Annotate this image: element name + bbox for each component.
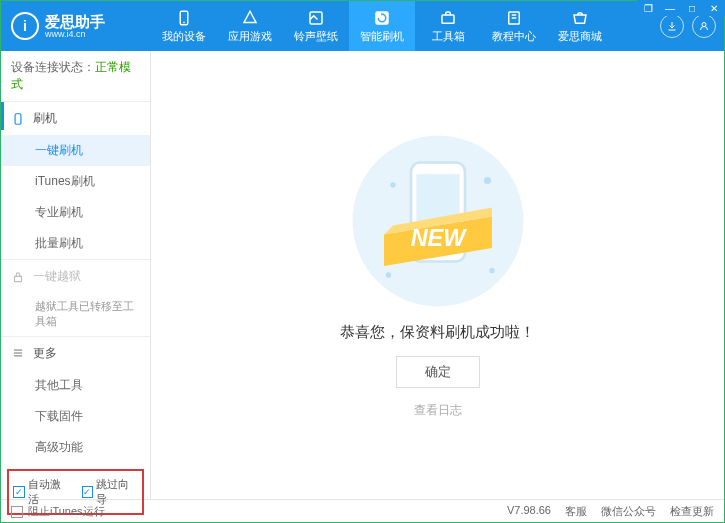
checkbox-auto-activate[interactable]: ✓ 自动激活 xyxy=(13,477,70,507)
minimize-button[interactable]: — xyxy=(659,0,681,16)
svg-rect-9 xyxy=(15,113,21,124)
tab-store[interactable]: 爱思商城 xyxy=(547,1,613,51)
wallpaper-icon xyxy=(307,9,325,27)
sidebar-item-pro-flash[interactable]: 专业刷机 xyxy=(1,197,150,228)
tab-label: 爱思商城 xyxy=(558,29,602,44)
sidebar: 设备连接状态：正常模式 刷机 一键刷机 iTunes刷机 专业刷机 批量刷机 一… xyxy=(1,51,151,499)
active-indicator xyxy=(1,102,4,130)
section-title: 刷机 xyxy=(33,110,57,127)
skin-button[interactable]: ❐ xyxy=(637,0,659,16)
app-header: i 爱思助手 www.i4.cn 我的设备 应用游戏 铃声壁纸 智能刷机 工具箱 xyxy=(1,1,724,51)
book-icon xyxy=(505,9,523,27)
checkbox-icon: ✓ xyxy=(13,486,25,498)
checkbox-label: 自动激活 xyxy=(28,477,70,507)
jailbreak-note: 越狱工具已转移至工具箱 xyxy=(1,293,150,336)
ok-button[interactable]: 确定 xyxy=(396,356,480,388)
tab-flash[interactable]: 智能刷机 xyxy=(349,1,415,51)
apps-icon xyxy=(241,9,259,27)
section-title: 一键越狱 xyxy=(33,268,81,285)
checkbox-block-itunes[interactable] xyxy=(11,506,23,518)
svg-point-8 xyxy=(702,23,706,27)
user-icon xyxy=(698,20,710,32)
tab-label: 应用游戏 xyxy=(228,29,272,44)
logo-area: i 爱思助手 www.i4.cn xyxy=(1,12,151,40)
sidebar-item-advanced[interactable]: 高级功能 xyxy=(1,432,150,463)
refresh-icon xyxy=(373,9,391,27)
svg-rect-10 xyxy=(15,276,22,281)
tab-label: 我的设备 xyxy=(162,29,206,44)
tab-label: 教程中心 xyxy=(492,29,536,44)
sidebar-item-other-tools[interactable]: 其他工具 xyxy=(1,370,150,401)
section-flash[interactable]: 刷机 xyxy=(1,102,150,135)
version-label: V7.98.66 xyxy=(507,504,551,519)
check-update-link[interactable]: 检查更新 xyxy=(670,504,714,519)
section-jailbreak: 一键越狱 xyxy=(1,260,150,293)
svg-rect-3 xyxy=(375,11,389,25)
tab-my-device[interactable]: 我的设备 xyxy=(151,1,217,51)
download-icon xyxy=(666,20,678,32)
checkbox-label: 跳过向导 xyxy=(96,477,138,507)
svg-point-19 xyxy=(390,182,395,187)
customer-service-link[interactable]: 客服 xyxy=(565,504,587,519)
section-more[interactable]: 更多 xyxy=(1,337,150,370)
svg-rect-4 xyxy=(442,15,454,23)
success-message: 恭喜您，保资料刷机成功啦！ xyxy=(340,323,535,342)
phone-icon xyxy=(11,112,25,126)
logo-icon: i xyxy=(11,12,39,40)
tab-label: 铃声壁纸 xyxy=(294,29,338,44)
tab-label: 智能刷机 xyxy=(360,29,404,44)
close-button[interactable]: ✕ xyxy=(703,0,725,16)
toolbox-icon xyxy=(439,9,457,27)
sidebar-item-batch-flash[interactable]: 批量刷机 xyxy=(1,228,150,259)
sidebar-item-itunes-flash[interactable]: iTunes刷机 xyxy=(1,166,150,197)
svg-point-20 xyxy=(483,177,490,184)
tab-toolbox[interactable]: 工具箱 xyxy=(415,1,481,51)
status-label: 设备连接状态： xyxy=(11,60,95,74)
tab-apps[interactable]: 应用游戏 xyxy=(217,1,283,51)
view-log-link[interactable]: 查看日志 xyxy=(414,402,462,419)
main-tabs: 我的设备 应用游戏 铃声壁纸 智能刷机 工具箱 教程中心 爱思商城 xyxy=(151,1,652,51)
maximize-button[interactable]: □ xyxy=(681,0,703,16)
svg-point-21 xyxy=(489,268,494,273)
main-content: NEW 恭喜您，保资料刷机成功啦！ 确定 查看日志 xyxy=(151,51,724,499)
sidebar-item-download-firmware[interactable]: 下载固件 xyxy=(1,401,150,432)
new-banner-text: NEW xyxy=(410,225,466,251)
checkbox-icon: ✓ xyxy=(82,486,94,498)
block-itunes-label: 阻止iTunes运行 xyxy=(28,504,105,519)
section-title: 更多 xyxy=(33,345,57,362)
success-illustration: NEW xyxy=(348,131,528,311)
brand-url: www.i4.cn xyxy=(45,29,105,39)
checkbox-skip-guide[interactable]: ✓ 跳过向导 xyxy=(82,477,139,507)
store-icon xyxy=(571,9,589,27)
download-button[interactable] xyxy=(660,14,684,38)
phone-icon xyxy=(175,9,193,27)
lock-icon xyxy=(11,270,25,284)
menu-icon xyxy=(11,346,25,360)
svg-point-22 xyxy=(385,272,390,277)
wechat-link[interactable]: 微信公众号 xyxy=(601,504,656,519)
connection-status: 设备连接状态：正常模式 xyxy=(1,51,150,101)
tab-ringtones[interactable]: 铃声壁纸 xyxy=(283,1,349,51)
tab-label: 工具箱 xyxy=(432,29,465,44)
brand-name: 爱思助手 xyxy=(45,14,105,29)
sidebar-item-oneclick-flash[interactable]: 一键刷机 xyxy=(1,135,150,166)
account-button[interactable] xyxy=(692,14,716,38)
tab-tutorials[interactable]: 教程中心 xyxy=(481,1,547,51)
